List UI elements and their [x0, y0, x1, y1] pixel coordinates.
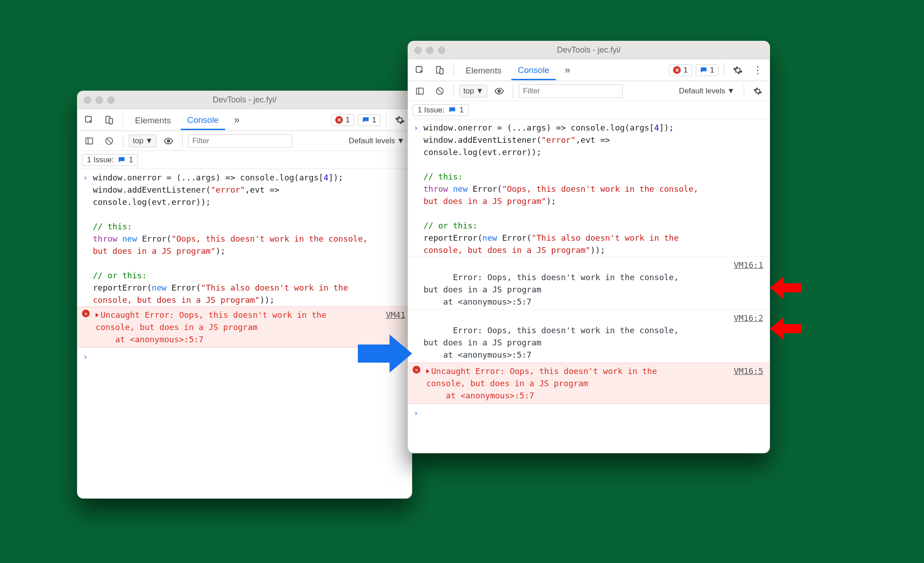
error-count: 1 [683, 66, 688, 75]
live-expression-icon[interactable] [491, 83, 507, 99]
svg-rect-9 [417, 88, 424, 94]
prompt-row[interactable]: › [408, 404, 770, 422]
message-icon [700, 66, 707, 74]
error-message[interactable]: ✕ VM16:5 Uncaught Error: Oops, this does… [408, 363, 770, 404]
tab-console[interactable]: Console [181, 111, 225, 130]
error-text: Uncaught Error: Oops, this doesn't work … [414, 365, 764, 402]
source-link[interactable]: VM16:1 [734, 259, 763, 271]
titlebar[interactable]: DevTools - jec.fyi/ [408, 41, 770, 59]
issues-label: 1 Issue: [87, 155, 114, 165]
svg-point-5 [168, 140, 170, 142]
svg-rect-8 [440, 68, 443, 74]
issues-pill[interactable]: 1 Issue: 1 [82, 154, 138, 166]
error-dot-icon: ✕ [335, 116, 343, 124]
console-settings-icon[interactable] [750, 83, 766, 99]
message-icon [362, 116, 370, 124]
annotation-arrow-left [770, 317, 802, 340]
disclosure-icon[interactable] [96, 313, 99, 317]
more-tabs-icon[interactable]: » [229, 112, 245, 128]
log-output[interactable]: VM16:2Error: Oops, this doesn't work in … [408, 310, 770, 363]
device-icon[interactable] [101, 112, 117, 128]
window-title: DevTools - jec.fyi/ [77, 95, 412, 105]
source-link[interactable]: VM41 [386, 309, 405, 321]
context-label: top [133, 136, 144, 146]
error-dot-icon: ✕ [82, 310, 90, 317]
clear-console-icon[interactable] [432, 83, 448, 99]
context-label: top [463, 87, 474, 96]
code-line: window.onerror = (...args) => console.lo… [93, 171, 368, 306]
console-input-row[interactable]: › window.onerror = (...args) => console.… [408, 121, 770, 257]
live-expression-icon[interactable] [160, 133, 177, 149]
message-count: 1 [372, 116, 376, 125]
settings-icon[interactable] [392, 112, 408, 128]
titlebar[interactable]: DevTools - jec.fyi/ [77, 91, 412, 109]
device-icon[interactable] [432, 62, 448, 78]
inspect-icon[interactable] [412, 62, 428, 78]
svg-point-11 [498, 90, 501, 92]
sidebar-toggle-icon[interactable] [81, 133, 97, 149]
console-body: › window.onerror = (...args) => console.… [408, 119, 770, 424]
levels-selector[interactable]: Default levels ▼ [345, 135, 408, 147]
tabbar: Elements Console » ✕ 1 1 ⋮ [408, 59, 770, 81]
levels-label: Default levels [349, 136, 395, 146]
console-toolbar: top ▼ Default levels ▼ [77, 131, 412, 151]
issues-count: 1 [460, 106, 464, 115]
message-badge[interactable]: 1 [696, 64, 718, 76]
console-toolbar: top ▼ Default levels ▼ [408, 81, 770, 101]
more-tabs-icon[interactable]: » [559, 62, 576, 78]
annotation-arrow-left [770, 277, 802, 299]
devtools-window-right: DevTools - jec.fyi/ Elements Console » ✕… [408, 41, 770, 453]
tabbar: Elements Console » ✕ 1 1 [77, 109, 412, 131]
prompt-icon: › [414, 121, 424, 256]
tab-elements[interactable]: Elements [459, 61, 508, 79]
code-line: window.onerror = (...args) => console.lo… [424, 121, 698, 256]
issues-count: 1 [129, 155, 133, 165]
disclosure-icon[interactable] [426, 369, 429, 374]
error-count: 1 [346, 116, 350, 125]
message-icon [448, 106, 456, 114]
message-badge[interactable]: 1 [358, 114, 380, 126]
sidebar-toggle-icon[interactable] [412, 83, 428, 99]
context-selector[interactable]: top ▼ [129, 135, 157, 147]
issues-bar: 1 Issue: 1 [77, 151, 412, 169]
error-badge[interactable]: ✕ 1 [669, 64, 692, 76]
console-input-row[interactable]: › window.onerror = (...args) => console.… [77, 171, 412, 306]
issues-bar: 1 Issue: 1 [408, 101, 770, 119]
error-dot-icon: ✕ [413, 366, 420, 374]
annotation-arrow-right [358, 331, 412, 376]
issues-pill[interactable]: 1 Issue: 1 [413, 104, 469, 116]
settings-icon[interactable] [730, 62, 746, 78]
chevron-down-icon: ▼ [397, 136, 404, 146]
clear-console-icon[interactable] [101, 133, 117, 149]
chevron-down-icon: ▼ [145, 136, 153, 146]
devtools-window-left: DevTools - jec.fyi/ Elements Console » ✕… [77, 91, 412, 499]
kebab-menu-icon[interactable]: ⋮ [750, 62, 766, 78]
chevron-down-icon: ▼ [476, 87, 484, 96]
tab-console[interactable]: Console [511, 61, 556, 80]
chevron-down-icon: ▼ [727, 87, 735, 96]
issues-label: 1 Issue: [418, 106, 445, 115]
tab-elements[interactable]: Elements [129, 111, 177, 129]
source-link[interactable]: VM16:5 [734, 365, 763, 377]
source-link[interactable]: VM16:2 [734, 312, 763, 324]
svg-rect-3 [86, 138, 93, 144]
context-selector[interactable]: top ▼ [459, 85, 487, 97]
error-badge[interactable]: ✕ 1 [331, 114, 354, 126]
levels-label: Default levels [679, 87, 725, 96]
levels-selector[interactable]: Default levels ▼ [675, 85, 738, 97]
message-icon [118, 156, 125, 164]
error-dot-icon: ✕ [673, 66, 681, 74]
log-output[interactable]: VM16:1Error: Oops, this doesn't work in … [408, 257, 770, 310]
prompt-icon: › [83, 171, 93, 306]
window-title: DevTools - jec.fyi/ [408, 45, 770, 55]
filter-input[interactable] [519, 84, 623, 98]
filter-input[interactable] [188, 134, 292, 148]
inspect-icon[interactable] [81, 112, 97, 128]
svg-rect-2 [109, 118, 112, 124]
message-count: 1 [710, 66, 714, 75]
